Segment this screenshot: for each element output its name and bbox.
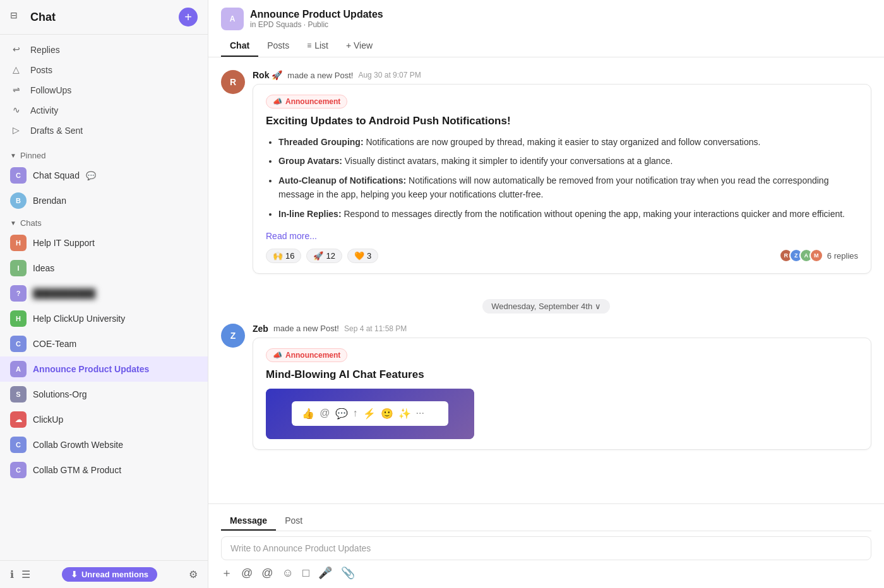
ideas-name: Ideas [33,263,54,273]
main-header: A Announce Product Updates in EPD Squads… [208,0,884,57]
mention-icon[interactable]: @ [241,567,253,580]
message-1-action: made a new Post! [287,71,353,80]
activity-icon: ∿ [13,105,24,116]
bullet-1-strong: Threaded Grouping: [278,137,364,147]
help-icon[interactable]: ℹ [10,568,14,580]
chat-clickup[interactable]: ☁ ClickUp [0,407,208,432]
composer-toolbar: ＋ @ @ ☺ □ 🎤 📎 [221,565,871,580]
lightning-icon[interactable]: ⚡ [363,408,376,420]
tab-chat[interactable]: Chat [221,35,258,57]
pinned-chat-squad[interactable]: C Chat Squad 💬 [0,163,208,188]
upload-icon[interactable]: ↑ [353,408,358,420]
message-1-time: Aug 30 at 9:07 PM [358,71,421,79]
chat-collab-gtm[interactable]: C Collab GTM & Product [0,457,208,483]
channel-tabs: Chat Posts ≡ List + View [221,35,871,57]
chat-blurred[interactable]: ? ██████████ [0,281,208,306]
smile-icon[interactable]: 🙂 [381,408,393,420]
post-1-body: Threaded Grouping: Notifications are now… [266,135,858,221]
sidebar-item-replies[interactable]: ↩ Replies [0,40,208,60]
svg-text:A: A [230,15,236,23]
chat-squad-avatar: C [10,167,27,184]
chat-help-clickup[interactable]: H Help ClickUp University [0,306,208,331]
composer-tab-message[interactable]: Message [221,512,276,531]
collab-gtm-name: Collab GTM & Product [33,465,121,475]
screen-icon[interactable]: □ [302,567,309,580]
message-1: R Rok 🚀 made a new Post! Aug 30 at 9:07 … [221,70,871,274]
announcement-icon-2: 📣 [273,351,282,360]
bullet-4-strong: In-line Replies: [278,209,342,219]
chats-section-header[interactable]: ▼ Chats [0,213,208,230]
tab-list-label: List [314,40,328,50]
blurred-name: ██████████ [33,288,95,298]
unread-mentions-button[interactable]: ⬇ Unread mentions [62,567,157,582]
announcement-badge-2: 📣 Announcement [266,348,347,362]
chat-squad-name: Chat Squad [33,170,80,180]
list-icon: ≡ [307,41,311,50]
bullet-3: Auto-Cleanup of Notifications: Notificat… [278,173,858,202]
message-2-action: made a new Post! [273,324,339,333]
replies-info-1[interactable]: R Z A M 6 replies [779,249,858,262]
reaction-clap[interactable]: 🙌 16 [266,249,301,263]
thumb-up-icon[interactable]: 👍 [302,408,314,420]
replies-count-1: 6 replies [827,251,858,261]
list-icon[interactable]: ☰ [21,568,30,580]
reply-avatar-4: M [809,249,823,262]
more-icon[interactable]: ··· [416,408,424,420]
clip-icon[interactable]: 📎 [341,566,355,580]
heart-count: 3 [367,251,371,261]
chat-solutions-org[interactable]: S Solutions-Org [0,382,208,407]
mic-icon[interactable]: 🎤 [318,566,332,580]
drafts-label: Drafts & Sent [30,126,83,136]
attachment-icon[interactable]: @ [261,567,273,580]
settings-icon[interactable]: ⚙ [189,568,198,580]
chat-coe-team[interactable]: C COE-Team [0,331,208,356]
chat-help-it-support[interactable]: H Help IT Support [0,230,208,256]
tab-posts[interactable]: Posts [258,35,298,57]
composer-tab-post[interactable]: Post [276,512,311,531]
coe-team-avatar: C [10,336,27,352]
tab-view-label: + View [346,40,373,50]
help-it-avatar: H [10,235,27,251]
pinned-section-label: Pinned [20,151,45,160]
chat-ideas[interactable]: I Ideas [0,256,208,281]
sidebar-item-activity[interactable]: ∿ Activity [0,100,208,121]
reply-avatars-1: R Z A M [779,249,823,262]
add-chat-button[interactable]: + [179,8,198,26]
date-pill[interactable]: Wednesday, September 4th ∨ [482,299,610,314]
tab-list[interactable]: ≡ List [298,35,337,57]
reaction-rocket[interactable]: 🚀 12 [306,249,342,263]
channel-info: A Announce Product Updates in EPD Squads… [221,8,871,30]
sidebar-item-drafts[interactable]: ▷ Drafts & Sent [0,121,208,141]
chat-collab-growth[interactable]: C Collab Growth Website [0,432,208,457]
date-separator: Wednesday, September 4th ∨ [221,299,871,314]
pinned-section-header[interactable]: ▼ Pinned [0,146,208,163]
pinned-brendan[interactable]: B Brendan [0,188,208,213]
announce-name: Announce Product Updates [33,364,149,374]
message-2-content: Zeb made a new Post! Sep 4 at 11:58 PM 📣… [253,324,871,450]
sidebar-item-followups[interactable]: ⇌ FollowUps [0,80,208,100]
composer-input[interactable]: Write to Announce Product Updates [221,536,871,560]
sidebar-title: Chat [30,11,56,24]
message-1-content: Rok 🚀 made a new Post! Aug 30 at 9:07 PM… [253,70,871,274]
read-more-1[interactable]: Read more... [266,231,317,241]
main-content: A Announce Product Updates in EPD Squads… [208,0,884,588]
sidebar-item-posts[interactable]: △ Posts [0,60,208,80]
chat-bubble-icon[interactable]: 💬 [335,408,348,420]
announcement-badge-1: 📣 Announcement [266,95,347,109]
post-image-inner: 👍 @ 💬 ↑ ⚡ 🙂 ✨ ··· [292,401,448,426]
chats-chevron-icon: ▼ [10,220,16,226]
unread-arrow-icon: ⬇ [71,570,78,579]
sparkle-icon[interactable]: ✨ [398,408,411,420]
add-icon[interactable]: ＋ [221,565,232,580]
chats-section: ▼ Chats H Help IT Support I Ideas ? ████… [0,213,208,483]
heart-emoji: 🧡 [354,251,364,261]
sidebar-toggle-icon[interactable]: ⊟ [10,10,24,24]
tab-view[interactable]: + View [337,35,381,57]
followups-icon: ⇌ [13,85,24,96]
reaction-heart[interactable]: 🧡 3 [347,249,378,263]
post-1-title: Exciting Updates to Android Push Notific… [266,115,858,127]
at-icon[interactable]: @ [320,408,330,420]
emoji-icon[interactable]: ☺ [282,567,294,580]
chat-announce[interactable]: A Announce Product Updates [0,356,208,382]
pinned-section: ▼ Pinned C Chat Squad 💬 B Brendan [0,146,208,213]
